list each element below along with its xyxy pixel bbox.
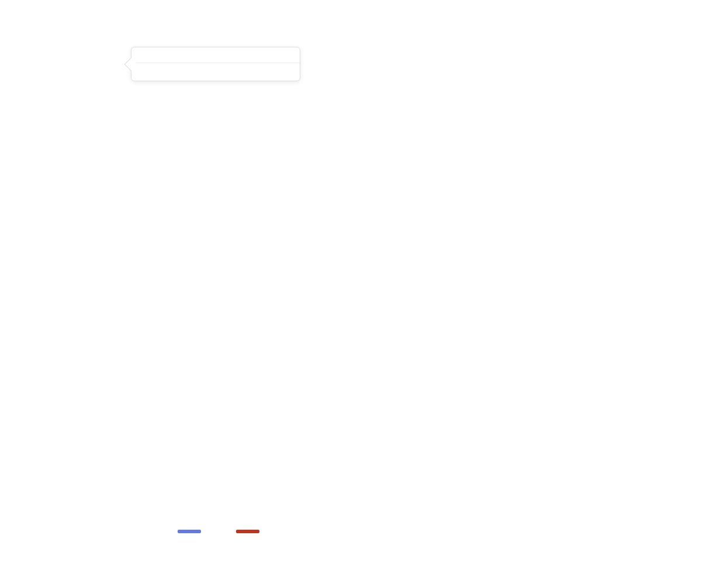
legend-item-completed[interactable] (236, 530, 266, 533)
legend-item-total[interactable] (178, 530, 208, 533)
chart-legend (178, 530, 681, 533)
chart-plot-area[interactable] (131, 47, 692, 497)
legend-swatch-completed (236, 530, 259, 533)
burnup-chart-container (0, 0, 728, 587)
chart-tooltip (131, 47, 300, 81)
legend-swatch-total (178, 530, 201, 533)
tooltip-body (131, 63, 300, 81)
tooltip-date (131, 47, 300, 63)
chart-wrap (61, 47, 681, 533)
